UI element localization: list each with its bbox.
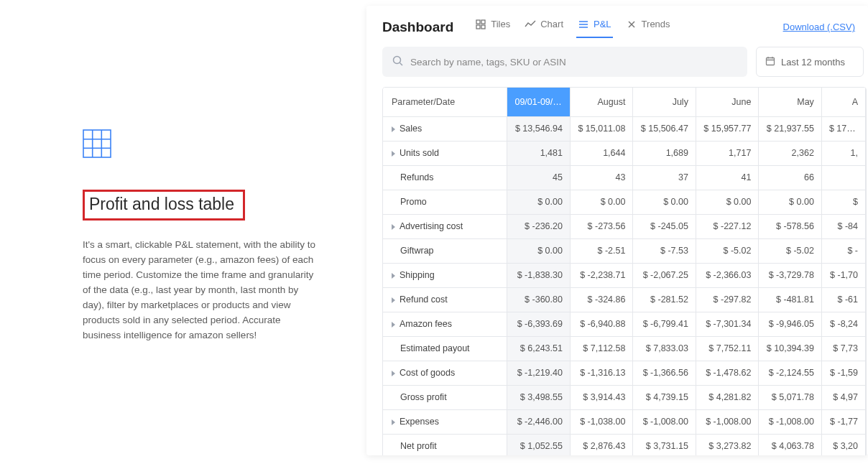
cell-value: 1,717 bbox=[696, 141, 758, 165]
table-row[interactable]: Advertising cost$ -236.20$ -273.56$ -245… bbox=[383, 214, 866, 238]
svg-rect-5 bbox=[476, 20, 480, 24]
cell-value: $ 0.00 bbox=[759, 190, 821, 214]
cell-value: $ -5.02 bbox=[696, 238, 758, 263]
cell-value: $ -6,393.69 bbox=[507, 312, 570, 336]
parameter-label[interactable]: Expenses bbox=[383, 409, 507, 434]
expand-caret-icon[interactable] bbox=[392, 273, 395, 279]
table-row[interactable]: Gross profit$ 3,498.55$ 3,914.43$ 4,739.… bbox=[383, 385, 866, 409]
feature-description: It's a smart, clickable P&L statement, w… bbox=[83, 238, 320, 343]
tab-label: Tiles bbox=[491, 19, 510, 29]
cell-value: $ 0.00 bbox=[570, 190, 632, 214]
cell-value: $ 7,752.11 bbox=[696, 336, 758, 361]
cell-value: 1,481 bbox=[507, 141, 570, 165]
parameter-label[interactable]: Refunds bbox=[383, 165, 507, 190]
tab-chart[interactable]: Chart bbox=[525, 19, 563, 35]
parameter-label[interactable]: Units sold bbox=[383, 141, 507, 165]
cell-value: $ -84 bbox=[821, 214, 865, 238]
table-row[interactable]: Cost of goods$ -1,219.40$ -1,316.13$ -1,… bbox=[383, 361, 866, 385]
expand-caret-icon[interactable] bbox=[392, 224, 395, 230]
cell-value: $ 15,506.47 bbox=[633, 116, 696, 141]
table-row[interactable]: Refunds4543374166 bbox=[383, 165, 866, 190]
parameter-label[interactable]: Cost of goods bbox=[383, 361, 507, 385]
feature-title: Profit and loss table bbox=[89, 195, 234, 214]
parameter-label[interactable]: Promo bbox=[383, 190, 507, 214]
col-month[interactable]: July bbox=[633, 88, 696, 116]
cell-value: $ -245.05 bbox=[633, 214, 696, 238]
table-row[interactable]: Units sold1,4811,6441,6891,7172,3621, bbox=[383, 141, 866, 165]
table-row[interactable]: Net profit$ 1,052.55$ 2,876.43$ 3,731.15… bbox=[383, 434, 866, 455]
tab-pl[interactable]: P&L bbox=[578, 19, 611, 35]
expand-caret-icon[interactable] bbox=[392, 126, 395, 132]
col-month[interactable]: May bbox=[759, 88, 821, 116]
cell-value: $ -1,008.00 bbox=[633, 409, 696, 434]
parameter-label[interactable]: Gross profit bbox=[383, 385, 507, 409]
expand-caret-icon[interactable] bbox=[392, 371, 395, 376]
cell-value: $ -5.02 bbox=[759, 238, 821, 263]
table-row[interactable]: Expenses$ -2,446.00$ -1,038.00$ -1,008.0… bbox=[383, 409, 866, 434]
cell-value: $ -360.80 bbox=[507, 287, 570, 312]
table-row[interactable]: Giftwrap$ 0.00$ -2.51$ -7.53$ -5.02$ -5.… bbox=[383, 238, 866, 263]
table-row[interactable]: Refund cost$ -360.80$ -324.86$ -281.52$ … bbox=[383, 287, 866, 312]
parameter-label[interactable]: Shipping bbox=[383, 263, 507, 287]
download-csv-link[interactable]: Download (.CSV) bbox=[783, 22, 861, 32]
table-row[interactable]: Promo$ 0.00$ 0.00$ 0.00$ 0.00$ 0.00$ bbox=[383, 190, 866, 214]
cell-value: $ 0.00 bbox=[507, 190, 570, 214]
cell-value: $ -2.51 bbox=[570, 238, 632, 263]
date-range-picker[interactable]: Last 12 months bbox=[756, 47, 864, 77]
col-current[interactable]: 09/01-09/29 bbox=[507, 88, 570, 116]
feature-description-panel: Profit and loss table It's a smart, clic… bbox=[0, 0, 366, 464]
parameter-label[interactable]: Amazon fees bbox=[383, 312, 507, 336]
cell-value: $ -1,008.00 bbox=[759, 409, 821, 434]
parameter-label[interactable]: Advertising cost bbox=[383, 214, 507, 238]
cell-value: $ 17,99 bbox=[821, 116, 865, 141]
svg-rect-16 bbox=[767, 57, 775, 65]
expand-caret-icon[interactable] bbox=[392, 151, 395, 157]
search-input[interactable]: Search by name, tags, SKU or ASIN bbox=[382, 47, 747, 77]
search-placeholder: Search by name, tags, SKU or ASIN bbox=[410, 57, 566, 68]
parameter-label[interactable]: Giftwrap bbox=[383, 238, 507, 263]
cell-value: 1,689 bbox=[633, 141, 696, 165]
cell-value: $ -2,238.71 bbox=[570, 263, 632, 287]
table-row[interactable]: Amazon fees$ -6,393.69$ -6,940.88$ -6,79… bbox=[383, 312, 866, 336]
cell-value: $ 4,97 bbox=[821, 385, 865, 409]
cell-value: $ 15,011.08 bbox=[570, 116, 632, 141]
expand-caret-icon[interactable] bbox=[392, 322, 395, 328]
tab-tiles[interactable]: Tiles bbox=[475, 19, 510, 35]
tab-label: Trends bbox=[642, 19, 670, 29]
col-month[interactable]: August bbox=[570, 88, 632, 116]
cell-value: $ -1,008.00 bbox=[696, 409, 758, 434]
cell-value: 43 bbox=[570, 165, 632, 190]
cell-value: $ 13,546.94 bbox=[507, 116, 570, 141]
parameter-label[interactable]: Refund cost bbox=[383, 287, 507, 312]
cell-value: $ -1,038.00 bbox=[570, 409, 632, 434]
tab-trends[interactable]: Trends bbox=[626, 19, 670, 35]
cell-value: $ 5,071.78 bbox=[759, 385, 821, 409]
dashboard-title: Dashboard bbox=[382, 19, 453, 35]
table-row[interactable]: Estimated payout$ 6,243.51$ 7,112.58$ 7,… bbox=[383, 336, 866, 361]
parameter-label[interactable]: Net profit bbox=[383, 434, 507, 455]
cell-value: $ 3,20 bbox=[821, 434, 865, 455]
dashboard-card: Dashboard Tiles Chart bbox=[366, 6, 868, 455]
cell-value: $ -1,219.40 bbox=[507, 361, 570, 385]
expand-caret-icon[interactable] bbox=[392, 297, 395, 303]
cell-value: $ -2,366.03 bbox=[696, 263, 758, 287]
cell-value: $ 10,394.39 bbox=[759, 336, 821, 361]
col-parameter[interactable]: Parameter/Date bbox=[383, 88, 507, 116]
cell-value: 2,362 bbox=[759, 141, 821, 165]
table-row[interactable]: Sales$ 13,546.94$ 15,011.08$ 15,506.47$ … bbox=[383, 116, 866, 141]
col-month[interactable]: June bbox=[696, 88, 758, 116]
cell-value: $ -2,124.55 bbox=[759, 361, 821, 385]
calendar-icon bbox=[765, 56, 775, 68]
cell-value: $ -236.20 bbox=[507, 214, 570, 238]
parameter-label[interactable]: Sales bbox=[383, 116, 507, 141]
table-icon bbox=[83, 129, 111, 158]
cell-value: $ 4,739.15 bbox=[633, 385, 696, 409]
cell-value: $ 1,052.55 bbox=[507, 434, 570, 455]
expand-caret-icon[interactable] bbox=[392, 419, 395, 425]
cell-value: $ -1,838.30 bbox=[507, 263, 570, 287]
table-row[interactable]: Shipping$ -1,838.30$ -2,238.71$ -2,067.2… bbox=[383, 263, 866, 287]
col-month[interactable]: A bbox=[821, 88, 865, 116]
parameter-label[interactable]: Estimated payout bbox=[383, 336, 507, 361]
chart-icon bbox=[525, 19, 536, 29]
dashboard-header: Dashboard Tiles Chart bbox=[382, 19, 868, 35]
